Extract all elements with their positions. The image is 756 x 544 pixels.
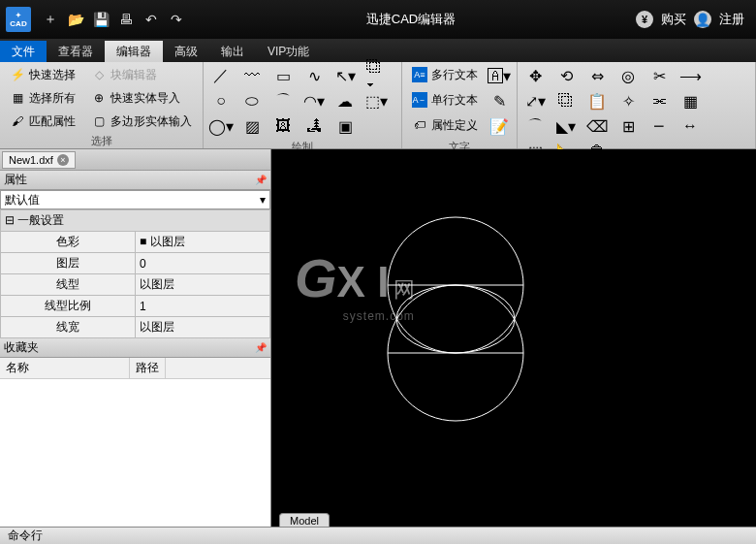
fillet-icon[interactable]: ⌒ bbox=[524, 115, 546, 137]
move-icon[interactable]: ✥ bbox=[524, 65, 546, 86]
redo-icon[interactable]: ↷ bbox=[167, 10, 186, 29]
quick-entity-import-button[interactable]: ⊕快速实体导入 bbox=[87, 87, 184, 109]
yen-icon: ¥ bbox=[636, 11, 653, 28]
break-icon[interactable]: ⎼ bbox=[648, 115, 670, 137]
fav-list bbox=[0, 379, 270, 527]
register-link[interactable]: 注册 bbox=[719, 11, 744, 28]
user-icon: 👤 bbox=[694, 11, 711, 28]
file-tab-row: New1.dxf × bbox=[0, 149, 270, 171]
scale-icon[interactable]: ⤢▾ bbox=[524, 90, 546, 112]
erase-icon[interactable]: ⌫ bbox=[586, 115, 608, 137]
stretch-icon[interactable]: ↔ bbox=[679, 115, 701, 137]
cad-drawing bbox=[271, 149, 756, 518]
align-icon[interactable]: ⊞ bbox=[617, 115, 639, 137]
titlebar: ✦ CAD ＋ 📂 💾 🖶 ↶ ↷ 迅捷CAD编辑器 ¥ 购买 👤 注册 bbox=[0, 0, 756, 39]
offset-icon[interactable]: ◎ bbox=[617, 65, 639, 86]
arc-icon[interactable]: ◠▾ bbox=[303, 90, 325, 112]
copy-icon[interactable]: ⿻▾ bbox=[365, 65, 387, 86]
prop-row-color[interactable]: 色彩■ 以图层 bbox=[1, 232, 270, 253]
new-icon[interactable]: ＋ bbox=[41, 10, 60, 29]
buy-link[interactable]: 购买 bbox=[661, 11, 686, 28]
title-right: ¥ 购买 👤 注册 bbox=[636, 11, 744, 28]
extend-icon[interactable]: ⟶ bbox=[679, 65, 701, 86]
block-editor-button: ◇块编辑器 bbox=[87, 64, 161, 85]
line-icon[interactable]: ／ bbox=[210, 65, 232, 86]
arc3p-icon[interactable]: ⌒ bbox=[272, 90, 294, 112]
prop-row-lweight[interactable]: 线宽以图层 bbox=[1, 317, 270, 338]
workspace: New1.dxf × 属性 📌 默认值▾ ⊟ 一般设置 色彩■ 以图层 图层0 … bbox=[0, 149, 756, 527]
tab-vip[interactable]: VIP功能 bbox=[256, 41, 321, 62]
save-icon[interactable]: 💾 bbox=[91, 10, 110, 29]
undo-icon[interactable]: ↶ bbox=[142, 10, 161, 29]
stext-button[interactable]: A－单行文本 bbox=[408, 89, 482, 111]
ellipse-icon[interactable]: ⬭ bbox=[241, 90, 263, 112]
ribbon-group-tools: ✥ ⟲ ⇔ ◎ ✂ ⟶ ⤢▾ ⿻ 📋 ✧ ⫘ ▦ ⌒ ◣▾ ⌫ ⊞ ⎼ ↔ ⬚ … bbox=[518, 62, 756, 148]
import-icon: ⊕ bbox=[91, 90, 107, 106]
tab-file[interactable]: 文件 bbox=[0, 41, 47, 62]
chamfer-icon[interactable]: ◣▾ bbox=[555, 115, 577, 137]
bolt-icon: ⚡ bbox=[10, 67, 25, 82]
props-table: ⊟ 一般设置 色彩■ 以图层 图层0 线型以图层 线型比例1 线宽以图层 bbox=[0, 209, 270, 338]
hatch-icon[interactable]: ▨ bbox=[241, 115, 263, 137]
tab-editor[interactable]: 编辑器 bbox=[105, 41, 163, 62]
rotate-icon[interactable]: ⟲ bbox=[555, 65, 577, 86]
stext-icon: A－ bbox=[412, 92, 427, 108]
revcloud-icon[interactable]: ☁ bbox=[334, 90, 356, 112]
mirror-icon[interactable]: ⇔ bbox=[586, 65, 608, 86]
quick-select-button[interactable]: ⚡快速选择 bbox=[6, 64, 79, 85]
image-icon[interactable]: 🖼 bbox=[272, 115, 294, 137]
left-panel: New1.dxf × 属性 📌 默认值▾ ⊟ 一般设置 色彩■ 以图层 图层0 … bbox=[0, 149, 271, 527]
command-line[interactable]: 命令行 bbox=[0, 527, 756, 544]
prop-row-ltype[interactable]: 线型以图层 bbox=[1, 274, 270, 296]
spline-icon[interactable]: ∿ bbox=[303, 65, 325, 86]
textedit-icon[interactable]: 📝 bbox=[488, 115, 510, 137]
array-icon[interactable]: ▦ bbox=[679, 90, 701, 112]
join-icon[interactable]: ⫘ bbox=[648, 90, 670, 112]
edittext-icon[interactable]: ✎ bbox=[488, 90, 510, 112]
model-tab[interactable]: Model bbox=[279, 513, 330, 527]
props-panel-header: 属性 📌 bbox=[0, 171, 270, 190]
circle-icon[interactable]: ○ bbox=[210, 90, 232, 112]
tab-viewer[interactable]: 查看器 bbox=[47, 41, 105, 62]
paste-icon[interactable]: 📋 bbox=[586, 90, 608, 112]
explode-icon[interactable]: ✧ bbox=[617, 90, 639, 112]
copy2-icon[interactable]: ⿻ bbox=[555, 90, 577, 112]
file-tab[interactable]: New1.dxf × bbox=[2, 151, 76, 169]
drawing-canvas[interactable]: GX I 网 system.com Model bbox=[271, 149, 756, 527]
select-all-icon: ▦ bbox=[10, 90, 25, 106]
print-icon[interactable]: 🖶 bbox=[116, 10, 136, 29]
app-title: 迅捷CAD编辑器 bbox=[186, 11, 636, 28]
props-dropdown[interactable]: 默认值▾ bbox=[0, 190, 270, 209]
open-icon[interactable]: 📂 bbox=[66, 10, 85, 29]
tab-output[interactable]: 输出 bbox=[209, 41, 256, 62]
ribbon-group-text: A≡多行文本 🄰▾ A－单行文本 ✎ 🏷属性定义 📝 文字 bbox=[402, 62, 518, 148]
pin-icon[interactable]: 📌 bbox=[255, 175, 267, 185]
pin-icon[interactable]: 📌 bbox=[255, 342, 267, 353]
match-props-button[interactable]: 🖌匹配属性 bbox=[6, 111, 79, 132]
select-all-button[interactable]: ▦选择所有 bbox=[6, 87, 79, 109]
textstyle-icon[interactable]: 🄰▾ bbox=[488, 65, 510, 86]
arrow-icon[interactable]: ↖▾ bbox=[334, 65, 356, 86]
brush-icon: 🖌 bbox=[10, 113, 25, 129]
quick-access-toolbar: ＋ 📂 💾 🖶 ↶ ↷ bbox=[41, 10, 186, 29]
rect-icon[interactable]: ▭ bbox=[272, 65, 294, 86]
raster-icon[interactable]: 🏞 bbox=[303, 115, 325, 137]
close-icon[interactable]: × bbox=[57, 154, 69, 166]
attdef-button[interactable]: 🏷属性定义 bbox=[408, 114, 482, 136]
polyline-icon[interactable]: 〰 bbox=[241, 65, 263, 86]
attdef-icon: 🏷 bbox=[412, 117, 427, 133]
prop-row-lscale[interactable]: 线型比例1 bbox=[1, 296, 270, 317]
circle2-icon[interactable]: ◯▾ bbox=[210, 115, 232, 137]
props-section-row[interactable]: ⊟ 一般设置 bbox=[1, 210, 270, 232]
block-icon: ◇ bbox=[91, 67, 107, 82]
fav-col-path[interactable]: 路径 bbox=[130, 358, 166, 378]
trim-icon[interactable]: ✂ bbox=[648, 65, 670, 86]
polygon-icon: ▢ bbox=[91, 113, 107, 129]
prop-row-layer[interactable]: 图层0 bbox=[1, 253, 270, 274]
mtext-button[interactable]: A≡多行文本 bbox=[408, 64, 482, 85]
fav-col-name[interactable]: 名称 bbox=[0, 358, 130, 378]
poly-entity-input-button[interactable]: ▢多边形实体输入 bbox=[87, 111, 196, 132]
block-icon[interactable]: ▣ bbox=[334, 115, 356, 137]
insert-icon[interactable]: ⬚▾ bbox=[365, 90, 387, 112]
tab-advanced[interactable]: 高级 bbox=[163, 41, 209, 62]
